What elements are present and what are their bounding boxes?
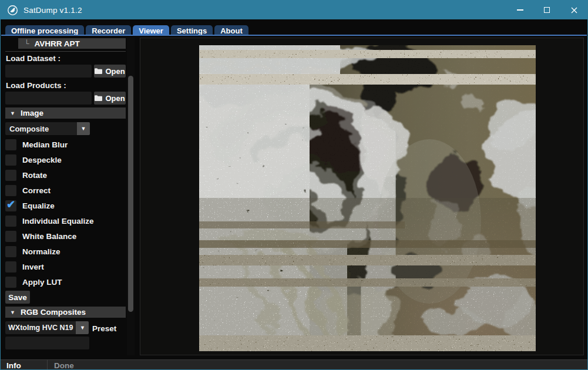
rgb-composites-section-header[interactable]: ▼ RGB Composites bbox=[5, 307, 126, 318]
sidebar-scrollbar-thumb[interactable] bbox=[128, 76, 133, 312]
status-bar: Info Done bbox=[1, 359, 587, 370]
maximize-button[interactable] bbox=[533, 1, 560, 19]
tree-item-label: AVHRR APT bbox=[35, 39, 80, 48]
checkbox-box[interactable] bbox=[5, 246, 16, 257]
products-path-input[interactable] bbox=[5, 92, 92, 105]
close-icon bbox=[571, 7, 577, 14]
checkbox-box[interactable] bbox=[5, 170, 16, 181]
folder-icon bbox=[95, 95, 102, 101]
checkbox-label: White Balance bbox=[22, 232, 76, 241]
checkbox-normalize[interactable]: ✔ Normalize bbox=[5, 245, 61, 257]
tree-branch-icon: └ bbox=[24, 39, 29, 48]
load-dataset-label: Load Dataset : bbox=[6, 54, 61, 63]
rgb-section-label: RGB Composites bbox=[21, 308, 86, 317]
open-button-label: Open bbox=[105, 94, 125, 103]
checkbox-label: Median Blur bbox=[22, 140, 68, 149]
checkmark-icon: ✔ bbox=[6, 198, 15, 211]
checkbox-box[interactable] bbox=[5, 277, 16, 288]
checkbox-label: Normalize bbox=[22, 247, 61, 256]
rgb-preset-combo[interactable]: WXtoImg HVC N19 ▼ bbox=[5, 321, 88, 334]
checkbox-label: Rotate bbox=[22, 171, 47, 180]
open-button-label: Open bbox=[105, 67, 125, 76]
checkbox-label: Correct bbox=[22, 186, 51, 195]
checkbox-label: Equalize bbox=[22, 201, 55, 210]
image-section-label: Image bbox=[21, 109, 43, 117]
satdump-logo-icon bbox=[7, 5, 18, 16]
checkbox-label: Despeckle bbox=[22, 156, 62, 164]
checkbox-label: Invert bbox=[22, 263, 44, 271]
checkbox-rotate[interactable]: ✔ Rotate bbox=[5, 169, 47, 181]
separator bbox=[5, 51, 126, 52]
tree-item-avhrr-apt[interactable]: └ AVHRR APT bbox=[18, 38, 126, 49]
checkbox-box[interactable] bbox=[5, 185, 16, 196]
dataset-path-input[interactable] bbox=[5, 65, 92, 78]
image-section-header[interactable]: ▼ Image bbox=[5, 107, 126, 119]
window-title: SatDump v1.1.2 bbox=[23, 6, 82, 15]
checkbox-box[interactable] bbox=[5, 261, 16, 273]
collapse-arrow-icon: ▼ bbox=[10, 310, 15, 315]
combo-arrow-icon: ▼ bbox=[77, 122, 90, 135]
checkbox-correct[interactable]: ✔ Correct bbox=[5, 184, 51, 196]
load-products-label: Load Products : bbox=[6, 81, 66, 90]
satellite-image[interactable] bbox=[199, 45, 536, 351]
close-button[interactable] bbox=[560, 1, 587, 19]
title-bar: SatDump v1.1.2 bbox=[1, 1, 587, 19]
composite-combo-value: Composite bbox=[5, 125, 77, 133]
checkbox-median-blur[interactable]: ✔ Median Blur bbox=[5, 139, 68, 150]
rgb-equation-input[interactable] bbox=[5, 337, 89, 349]
status-text: Done bbox=[54, 361, 74, 370]
checkbox-label: Individual Equalize bbox=[22, 217, 94, 226]
checkbox-individual-equalize[interactable]: ✔ Individual Equalize bbox=[5, 215, 94, 227]
checkbox-box[interactable] bbox=[5, 154, 16, 166]
tab-bar-underline bbox=[1, 35, 587, 36]
status-info-label: Info bbox=[6, 361, 47, 370]
rgb-preset-combo-value: WXtoImg HVC N19 bbox=[5, 324, 76, 332]
checkbox-white-balance[interactable]: ✔ White Balance bbox=[5, 230, 76, 242]
viewer-panel[interactable] bbox=[140, 38, 584, 355]
checkbox-invert[interactable]: ✔ Invert bbox=[5, 261, 44, 273]
save-button[interactable]: Save bbox=[5, 291, 30, 304]
checkbox-box[interactable] bbox=[5, 139, 16, 150]
minimize-icon bbox=[517, 9, 523, 11]
combo-arrow-icon: ▼ bbox=[76, 321, 89, 334]
checkbox-label: Apply LUT bbox=[22, 278, 62, 287]
minimize-button[interactable] bbox=[506, 1, 533, 19]
open-dataset-button[interactable]: Open bbox=[94, 65, 126, 78]
maximize-icon bbox=[544, 7, 550, 13]
checkbox-apply-lut[interactable]: ✔ Apply LUT bbox=[5, 276, 62, 288]
collapse-arrow-icon: ▼ bbox=[10, 110, 15, 116]
open-products-button[interactable]: Open bbox=[94, 92, 126, 105]
folder-icon bbox=[95, 68, 102, 74]
window-controls bbox=[506, 1, 587, 19]
preset-label: Preset bbox=[92, 324, 116, 333]
checkbox-despeckle[interactable]: ✔ Despeckle bbox=[5, 154, 62, 166]
checkbox-box[interactable] bbox=[5, 216, 16, 227]
checkbox-equalize[interactable]: ✔ Equalize bbox=[5, 200, 55, 211]
status-divider bbox=[47, 360, 48, 370]
checkbox-box[interactable] bbox=[5, 231, 16, 242]
composite-combo[interactable]: Composite ▼ bbox=[5, 122, 90, 135]
satdump-window: SatDump v1.1.2 Offline processing Record… bbox=[0, 0, 588, 370]
